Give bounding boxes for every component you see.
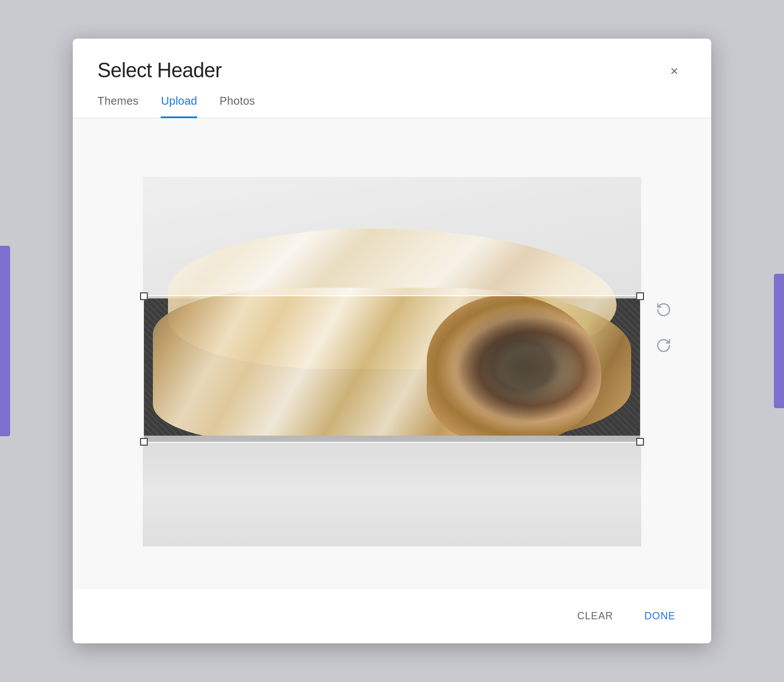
- bg-left-bar: [0, 246, 10, 436]
- done-button[interactable]: DONE: [633, 605, 687, 628]
- clear-button[interactable]: CLEAR: [566, 605, 624, 628]
- image-edit-area: [73, 118, 711, 589]
- rotate-ccw-button[interactable]: [652, 298, 675, 321]
- dialog-backdrop: Select Header × Themes Upload Photos: [0, 0, 784, 682]
- rotation-controls: [652, 298, 675, 357]
- rotate-ccw-icon: [656, 302, 671, 317]
- close-button[interactable]: ×: [662, 59, 687, 83]
- bg-right-bar: [774, 274, 784, 408]
- tab-upload[interactable]: Upload: [161, 95, 197, 118]
- tab-photos[interactable]: Photos: [220, 95, 255, 118]
- rotate-cw-icon: [656, 338, 671, 353]
- scene-bottom: [143, 436, 641, 546]
- dialog-title: Select Header: [97, 59, 222, 82]
- rotate-cw-button[interactable]: [652, 334, 675, 357]
- dialog-header: Select Header ×: [73, 39, 711, 83]
- tabs-bar: Themes Upload Photos: [73, 83, 711, 118]
- scene-dog-dark-fur: [452, 306, 591, 424]
- photo-container: [143, 177, 641, 546]
- select-header-dialog: Select Header × Themes Upload Photos: [73, 39, 711, 643]
- dialog-footer: CLEAR DONE: [73, 589, 711, 643]
- dog-photo: [143, 177, 641, 546]
- tab-themes[interactable]: Themes: [97, 95, 138, 118]
